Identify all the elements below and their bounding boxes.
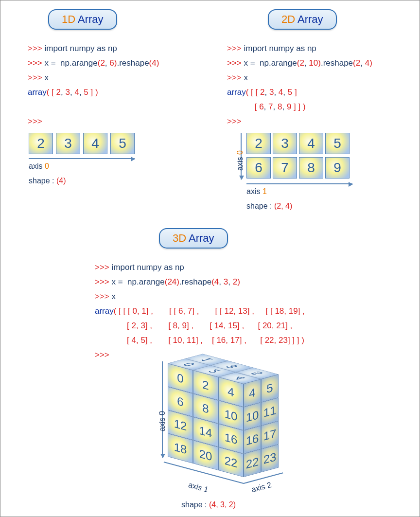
title-3d: 3D Array <box>159 228 228 249</box>
cell: 3 <box>273 133 297 154</box>
shape-1d: shape : (4) <box>29 177 66 185</box>
cell: 3 <box>56 133 80 154</box>
axis1-arrow-2d <box>246 183 352 184</box>
cube-tile: 22 <box>244 449 261 477</box>
axis1-label-2d: axis 1 <box>246 187 267 196</box>
cube-3d: 024135 0246810121416182022 4510111617222… <box>146 363 292 499</box>
shape-2d: shape : (2, 4) <box>246 202 292 211</box>
cell: 6 <box>246 157 271 178</box>
title-2d: 2D Array <box>268 9 337 30</box>
cube-front: 0246810121416182022 <box>168 363 244 477</box>
code-2d: >>> import numpy as np>>> x = np.arange(… <box>227 41 372 129</box>
cell: 4 <box>299 133 323 154</box>
cell: 2 <box>246 133 271 154</box>
axis0-label-2d: axis 0 <box>236 150 245 171</box>
cells-2d: 23456789 <box>246 133 349 178</box>
axis0-label-3d: axis 0 <box>158 411 167 431</box>
shape-3d: shape : (4, 3, 2) <box>181 500 236 509</box>
axis0-label-1d: axis 0 <box>29 162 49 171</box>
cube-right: 45101116172223 <box>244 374 279 477</box>
title-1d: 1D Array <box>48 9 117 30</box>
cell: 9 <box>325 157 350 178</box>
axis0-arrow-3d <box>162 361 163 458</box>
axis1-label-3d: axis 1 <box>187 481 209 494</box>
cell: 4 <box>83 133 107 154</box>
cell: 8 <box>299 157 323 178</box>
axis2-label-3d: axis 2 <box>250 481 272 494</box>
cell: 2 <box>29 133 53 154</box>
code-3d: >>> import numpy as np>>> x = np.arange(… <box>95 260 305 362</box>
cells-1d: 2345 <box>29 133 135 154</box>
cube-tile: 23 <box>261 445 279 473</box>
figure: 1D Array >>> import numpy as np>>> x = n… <box>0 0 420 517</box>
code-1d: >>> import numpy as np>>> x = np.arange(… <box>28 41 159 129</box>
axis0-arrow-1d <box>29 158 135 159</box>
cell: 5 <box>325 133 350 154</box>
cell: 5 <box>110 133 135 154</box>
cell: 7 <box>273 157 297 178</box>
